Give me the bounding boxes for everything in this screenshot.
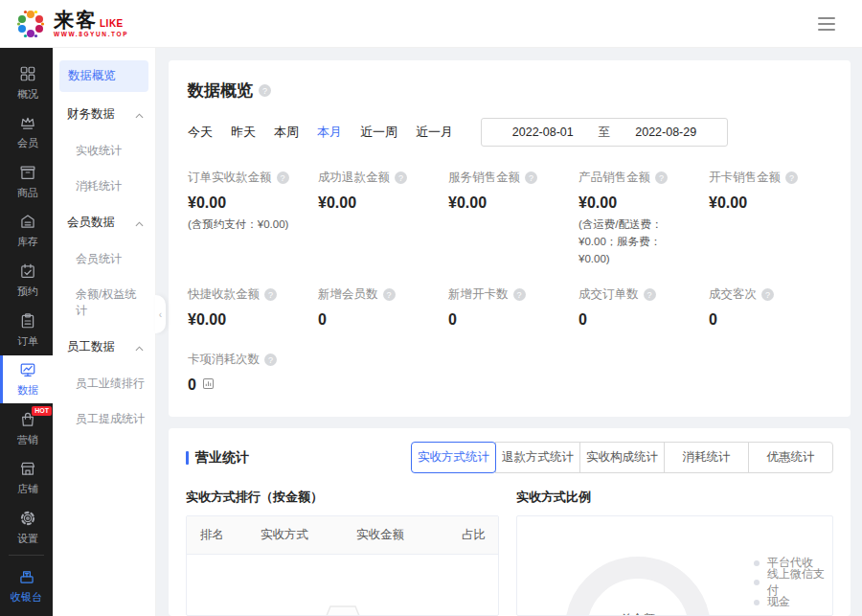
donut-center-label: 总金额 (621, 611, 655, 616)
consumption-records-icon[interactable] (202, 376, 215, 394)
sidebar-item-数据[interactable]: 数据 (0, 355, 53, 403)
chevron-up-icon (135, 341, 144, 354)
date-filter-本月[interactable]: 本月 (317, 124, 342, 141)
brand-text: 来客 LIKE WWW.8GYUN.TOP (54, 10, 128, 38)
quick-date-filters: 今天昨天本周本月近一周近一月 (188, 124, 471, 141)
help-icon[interactable]: ? (513, 288, 526, 301)
submenu-item-数据概览[interactable]: 数据概览 (59, 60, 148, 92)
sidebar-item-订单[interactable]: 订单 (0, 307, 53, 354)
sidebar-item-店铺[interactable]: 店铺 (0, 454, 53, 502)
sidebar-item-商品[interactable]: 商品 (0, 158, 53, 206)
tab-退款方式统计[interactable]: 退款方式统计 (495, 442, 580, 473)
help-icon[interactable]: ? (761, 288, 774, 301)
business-stats-title: 营业统计 (195, 449, 249, 467)
sidebar-item-会员[interactable]: 会员 (0, 109, 53, 157)
hot-badge: HOT (32, 406, 52, 416)
date-range-picker[interactable]: 2022-08-01 至 2022-08-29 (481, 118, 728, 147)
stat-label-text: 新增开卡数 (448, 286, 509, 303)
submenu-group-label: 会员数据 (67, 215, 115, 231)
stat-value-text: ¥0.00 (709, 194, 747, 212)
legend-item-线上微信支付[interactable]: 线上微信支付 (754, 573, 832, 593)
submenu-item-会员统计[interactable]: 会员统计 (53, 241, 155, 277)
submenu-item-实收统计[interactable]: 实收统计 (53, 133, 155, 169)
legend-item-其他[interactable]: 其他 (754, 612, 832, 616)
tab-实收构成统计[interactable]: 实收构成统计 (579, 442, 665, 473)
date-filter-本周[interactable]: 本周 (274, 124, 299, 141)
date-filter-今天[interactable]: 今天 (188, 124, 213, 141)
stat-成交客次: 成交客次?0 (709, 286, 831, 329)
column-header-排名: 排名 (200, 527, 261, 543)
help-icon[interactable]: ? (644, 288, 656, 301)
submenu-group-会员数据[interactable]: 会员数据 (53, 204, 155, 241)
sidebar-item-label: 店铺 (17, 482, 38, 496)
sidebar-item-label: 收银台 (11, 590, 42, 605)
sidebar-item-预约[interactable]: 预约 (0, 257, 53, 305)
sidebar-item-营销[interactable]: 营销HOT (0, 405, 53, 453)
submenu-item-员工提成统计[interactable]: 员工提成统计 (53, 401, 155, 437)
stat-成功退款金额: 成功退款金额?¥0.00 (318, 170, 441, 212)
stat-note: (含预约支付：¥0.00) (188, 217, 310, 234)
help-icon[interactable]: ? (277, 171, 289, 184)
legend-dot-icon (754, 600, 760, 605)
menu-hamburger-icon[interactable] (814, 13, 839, 34)
tab-消耗统计[interactable]: 消耗统计 (664, 442, 749, 473)
submenu-item-消耗统计[interactable]: 消耗统计 (53, 169, 155, 204)
stat-卡项消耗次数: 卡项消耗次数?0 (188, 352, 310, 394)
booking-calendar-icon (19, 262, 36, 282)
date-filter-近一周[interactable]: 近一周 (360, 124, 397, 141)
column-header-实收方式: 实收方式 (261, 527, 356, 543)
submenu-group-员工数据[interactable]: 员工数据 (53, 329, 155, 366)
business-stats-card: 营业统计 实收方式统计退款方式统计实收构成统计消耗统计优惠统计 实收方式排行（按… (169, 428, 851, 616)
app-root: 来客 LIKE WWW.8GYUN.TOP 概况会员商品库存预约订单数据营销HO… (0, 0, 862, 616)
cashier-icon (18, 568, 35, 587)
date-filter-昨天[interactable]: 昨天 (231, 124, 256, 141)
shop-storefront-icon (19, 460, 36, 479)
order-clipboard-icon (19, 312, 36, 331)
submenu-item-员工业绩排行[interactable]: 员工业绩排行 (53, 366, 155, 401)
sidebar-item-收银台[interactable]: 收银台 (0, 561, 53, 610)
page-title-help-icon[interactable]: ? (259, 84, 271, 97)
stat-label-text: 成交订单数 (578, 286, 639, 303)
sidebar-item-label: 会员 (17, 136, 38, 150)
sidebar-item-label: 概况 (17, 87, 38, 102)
help-icon[interactable]: ? (785, 171, 798, 184)
help-icon[interactable]: ? (383, 288, 396, 301)
sidebar-item-库存[interactable]: 库存 (0, 208, 53, 256)
business-stats-title-wrap: 营业统计 (186, 449, 249, 467)
sidebar-item-设置[interactable]: 设置 (0, 504, 53, 552)
stat-label-text: 成交客次 (709, 286, 757, 303)
help-icon[interactable]: ? (264, 288, 277, 301)
legend-dot-icon (754, 580, 760, 585)
stat-label-text: 服务销售金额 (448, 170, 520, 186)
stat-value-text: ¥0.00 (578, 194, 617, 212)
stat-value-text: ¥0.00 (188, 311, 226, 329)
help-icon[interactable]: ? (525, 171, 537, 184)
help-icon[interactable]: ? (264, 354, 277, 366)
tab-实收方式统计[interactable]: 实收方式统计 (411, 442, 496, 473)
stat-label: 开卡销售金额? (709, 170, 831, 186)
legend-dot-icon (754, 560, 760, 566)
ranking-table-header: 排名实收方式实收金额占比 (187, 516, 498, 555)
grid-icon (19, 65, 36, 84)
help-icon[interactable]: ? (395, 171, 407, 184)
stats-tab-group: 实收方式统计退款方式统计实收构成统计消耗统计优惠统计 (411, 442, 833, 473)
stat-value-text: 0 (448, 311, 457, 329)
sidebar-item-label: 库存 (17, 235, 38, 249)
brand-site: WWW.8GYUN.TOP (54, 32, 128, 38)
stats-row-1: 订单实收款金额?¥0.00(含预约支付：¥0.00)成功退款金额?¥0.00服务… (188, 170, 831, 267)
stat-label: 新增会员数? (318, 286, 441, 303)
submenu-item-余额/权益统计[interactable]: 余额/权益统计 (53, 277, 155, 329)
tab-优惠统计[interactable]: 优惠统计 (748, 442, 833, 473)
sidebar-item-label: 设置 (17, 532, 38, 546)
stat-value: 0 (318, 311, 441, 329)
stat-快捷收款金额: 快捷收款金额?¥0.00 (188, 286, 310, 329)
sidebar-collapse-handle[interactable]: ‹ (155, 295, 166, 333)
title-accent-bar (186, 451, 189, 465)
sidebar-item-label: 商品 (17, 186, 38, 200)
date-filter-近一月[interactable]: 近一月 (416, 124, 453, 141)
submenu-group-财务数据[interactable]: 财务数据 (53, 96, 155, 133)
help-icon[interactable]: ? (655, 171, 668, 184)
stat-label-text: 新增会员数 (318, 286, 378, 303)
stat-label-text: 快捷收款金额 (188, 286, 260, 303)
sidebar-item-概况[interactable]: 概况 (0, 59, 53, 107)
